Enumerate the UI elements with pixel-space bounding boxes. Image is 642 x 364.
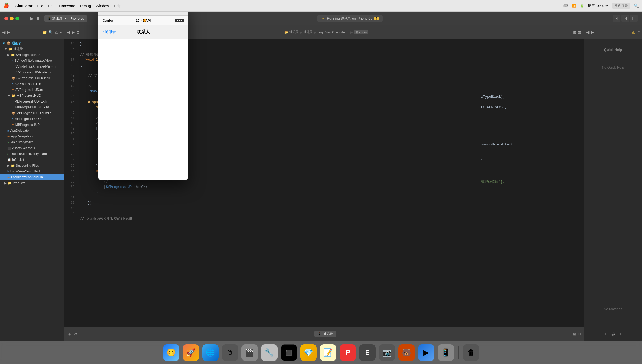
sim-back-button[interactable]: ‹ 通讯录	[103, 30, 116, 34]
quick-help-title: Quick Help	[601, 45, 625, 55]
sv-prefix-label: SVProgressHUD-Prefix.pch	[14, 70, 53, 74]
rp-bottom-icon1[interactable]: □	[605, 332, 608, 336]
menu-search-icon[interactable]: 🔍	[634, 3, 639, 8]
bc-root[interactable]: 通讯录	[289, 30, 299, 34]
tree-launch-storyboard[interactable]: S LaunchScreen.storyboard	[0, 151, 64, 157]
dock-quicktime[interactable]: ▶	[418, 344, 434, 361]
view-center-icon[interactable]: ⊡	[621, 15, 629, 22]
rp-bottom-icon2[interactable]: ◎	[611, 331, 615, 336]
tree-sv-h[interactable]: h SVProgressHUD.h	[0, 81, 64, 87]
folder-icon[interactable]: 📁	[42, 30, 47, 34]
filter-icon-bottom[interactable]: ⚙	[74, 332, 78, 336]
tree-main-storyboard[interactable]: S Main.storyboard	[0, 139, 64, 145]
filter-icon[interactable]: ≡	[60, 30, 62, 34]
dock-photo[interactable]: 🎬	[241, 344, 258, 361]
layout-icon1[interactable]: ⊞	[573, 332, 576, 336]
menu-simulator[interactable]: Simulator	[15, 4, 33, 8]
view-right-icon[interactable]: ⊡	[630, 15, 638, 22]
version-editor-icon[interactable]: ⊡	[578, 30, 581, 34]
tree-appdelegate-h[interactable]: h AppDelegate.h	[0, 128, 64, 134]
assistant-editor-icon[interactable]: ⊡	[573, 30, 576, 34]
rp-prev-btn[interactable]: ◀	[586, 30, 589, 35]
tree-sv-anim-m[interactable]: m SVIndefiniteAnimatedView.m	[0, 64, 64, 69]
warning-filter-icon[interactable]: ⚠	[55, 30, 58, 34]
dock-finder[interactable]: 😊	[163, 344, 179, 361]
stop-button[interactable]: ■	[36, 16, 39, 21]
layout-icon2[interactable]: □	[578, 332, 581, 336]
dock-launchpad[interactable]: 🚀	[183, 344, 199, 361]
tree-mb-bundle[interactable]: 📦 MBProgressHUD.bundle	[0, 110, 64, 116]
related-items-icon[interactable]: ⊡	[76, 30, 80, 34]
warning-icon-rp[interactable]: ⚠	[632, 30, 635, 34]
menu-help[interactable]: Help	[114, 4, 121, 8]
dock-mouse[interactable]: 🖱	[222, 344, 238, 361]
search-icon[interactable]: 🔍	[49, 30, 53, 34]
scheme-selector[interactable]: 📱 通讯录 ▸ iPhone 6s	[44, 15, 87, 22]
tree-supporting[interactable]: ▶ 📁 Supporting Files	[0, 163, 64, 168]
dock-notes[interactable]: 📝	[320, 344, 336, 361]
dock-ios-sim[interactable]: 📱	[438, 344, 454, 361]
dock-bear[interactable]: 🐻	[398, 344, 415, 361]
refresh-icon[interactable]: ↺	[637, 30, 640, 34]
file-m-icon6: m	[7, 176, 10, 179]
tab-tongxunlu[interactable]: 📱 通讯录	[314, 331, 336, 337]
maximize-button[interactable]	[15, 17, 19, 20]
dock-emc[interactable]: E	[359, 344, 376, 361]
no-matches-text: No Matches	[604, 307, 622, 311]
editor-nav-prev[interactable]: ◀	[67, 30, 70, 35]
rp-bottom-icon3[interactable]: □	[618, 332, 621, 336]
tree-root[interactable]: ▼ 📦 通讯录	[0, 40, 64, 46]
nav-next-btn[interactable]: ▶	[7, 30, 10, 35]
tree-mb-h[interactable]: h MBProgressHUD.h	[0, 116, 64, 122]
tree-sv-anim-h[interactable]: h SVIndefiniteAnimatedView.h	[0, 58, 64, 64]
minimize-button[interactable]	[10, 17, 14, 20]
add-icon[interactable]: ＋	[67, 331, 72, 337]
tree-assets[interactable]: ⬛ Assets.xcassets	[0, 145, 64, 151]
info-plist-label: Info.plist	[12, 158, 24, 162]
sidebar-tree: ▼ 📦 通讯录 ▼ 📂 通讯录 ▶ 📁 SVProgressHUD	[0, 39, 64, 341]
tree-info-plist[interactable]: 📋 Info.plist	[0, 157, 64, 163]
launch-storyboard-label: LaunchScreen.storyboard	[10, 152, 47, 156]
tree-sv-m[interactable]: m SVProgressHUD.m	[0, 87, 64, 93]
nav-prev-btn[interactable]: ◀	[2, 30, 5, 35]
mb-ex-m-label: MBProgressHUD+Ex.m	[15, 105, 49, 109]
dock-sketch[interactable]: 💎	[300, 344, 317, 361]
tree-login-m[interactable]: m LoginViewController.m	[0, 174, 64, 180]
dock-camera[interactable]: 📷	[379, 344, 395, 361]
menu-file[interactable]: File	[37, 4, 43, 8]
dock-safari[interactable]: 🌐	[202, 344, 219, 361]
tree-products[interactable]: ▶ 📁 Products	[0, 180, 64, 186]
tree-mb-ex-h[interactable]: h MBProgressHUD+Ex.h	[0, 99, 64, 104]
editor-nav-next[interactable]: ▶	[72, 30, 75, 35]
tree-login-h[interactable]: h LoginViewController.h	[0, 168, 64, 174]
tree-mb-m[interactable]: m MBProgressHUD.m	[0, 122, 64, 128]
dock-tools[interactable]: 🔧	[261, 344, 278, 361]
tree-svhud[interactable]: ▶ 📁 SVProgressHUD	[0, 52, 64, 58]
bc-method[interactable]: ⊟ -login	[354, 30, 368, 34]
group-tongxunlu[interactable]: ▼ 📂 通讯录	[0, 46, 64, 52]
tree-mbhud[interactable]: ▼ 📂 MBProgressHUD	[0, 93, 64, 99]
view-left-icon[interactable]: ⊡	[613, 15, 620, 22]
code-line-60: }	[80, 190, 474, 195]
close-button[interactable]	[4, 17, 8, 20]
tree-sv-prefix[interactable]: p SVProgressHUD-Prefix.pch	[0, 69, 64, 75]
menu-window[interactable]: Window	[96, 4, 109, 8]
dock-parallels[interactable]: P	[340, 344, 356, 361]
menu-hardware[interactable]: Hardware	[59, 4, 75, 8]
menu-edit[interactable]: Edit	[48, 4, 54, 8]
dock-terminal[interactable]: ⬛	[281, 344, 297, 361]
status-display: ⚠ Running 通讯录 on iPhone 6s 4	[317, 15, 383, 22]
menu-debug[interactable]: Debug	[80, 4, 91, 8]
warning-count-badge: 4	[374, 17, 379, 20]
search-input-menu[interactable]: 搜狗拼音	[612, 3, 630, 9]
bc-sep3: ▶	[350, 30, 353, 34]
tree-mb-ex-m[interactable]: m MBProgressHUD+Ex.m	[0, 104, 64, 110]
dock-trash[interactable]: 🗑	[463, 344, 479, 361]
run-button[interactable]: ▶	[30, 16, 34, 21]
bc-file[interactable]: LoginViewController.m	[318, 30, 349, 34]
tree-appdelegate-m[interactable]: m AppDelegate.m	[0, 134, 64, 139]
rp-next-btn[interactable]: ▶	[591, 30, 594, 35]
tree-sv-bundle[interactable]: 📦 SVProgressHUD.bundle	[0, 75, 64, 81]
bc-group[interactable]: 通讯录	[304, 30, 313, 34]
apple-menu[interactable]: 🍎	[3, 3, 9, 9]
